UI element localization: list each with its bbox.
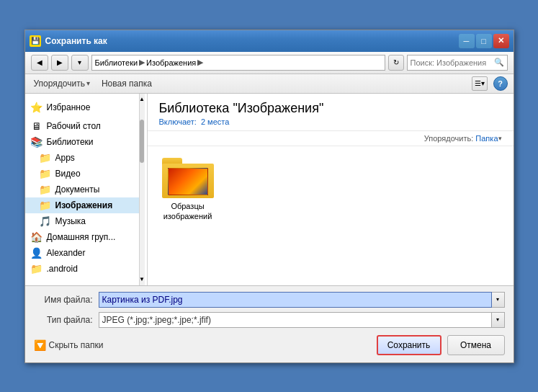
favorites-icon: ⭐ bbox=[31, 102, 42, 113]
sidebar-item-label-android: .android bbox=[47, 264, 78, 274]
view-button[interactable]: ☰▾ bbox=[472, 76, 488, 91]
sidebar-scrollbar[interactable]: ▲ ▼ bbox=[139, 94, 145, 285]
save-button[interactable]: Сохранить bbox=[377, 335, 441, 355]
file-label: Образцыизображений bbox=[163, 201, 212, 222]
file-area: Библиотека "Изображения" Включает: 2 мес… bbox=[148, 94, 514, 285]
address-bar[interactable]: Библиотеки ▶ Изображения ▶ bbox=[91, 55, 385, 71]
close-button[interactable]: ✕ bbox=[493, 34, 509, 48]
maximize-button[interactable]: □ bbox=[476, 34, 492, 48]
minimize-button[interactable]: ─ bbox=[459, 34, 475, 48]
sidebar-item-music[interactable]: 🎵 Музыка bbox=[25, 213, 139, 229]
library-header: Библиотека "Изображения" Включает: 2 мес… bbox=[148, 94, 514, 131]
filetype-label: Тип файла: bbox=[34, 315, 99, 325]
sidebar: ⭐ Избранное 🖥 Рабочий стол 📚 Библиотеки bbox=[25, 94, 139, 285]
sidebar-item-label-apps: Apps bbox=[55, 153, 75, 163]
hide-folders-icon: 🔽 bbox=[34, 339, 46, 351]
secondary-toolbar: Упорядочить ▾ Новая папка ☰▾ ? bbox=[25, 74, 514, 94]
filetype-dropdown-button[interactable]: ▾ bbox=[492, 312, 505, 328]
sidebar-item-video[interactable]: 📁 Видео bbox=[25, 166, 139, 182]
subtitle-prefix: Включает: bbox=[159, 117, 197, 126]
main-content: ⭐ Избранное 🖥 Рабочий стол 📚 Библиотеки bbox=[25, 94, 514, 285]
back-button[interactable]: ◀ bbox=[31, 55, 48, 71]
search-input[interactable] bbox=[411, 58, 494, 67]
navigation-toolbar: ◀ ▶ ▾ Библиотеки ▶ Изображения ▶ ↻ 🔍 bbox=[25, 52, 514, 74]
sort-value[interactable]: Папка bbox=[475, 134, 498, 143]
sidebar-item-homegroup[interactable]: 🏠 Домашняя груп... bbox=[25, 229, 139, 245]
title-bar-buttons: ─ □ ✕ bbox=[459, 34, 509, 48]
cancel-label: Отмена bbox=[460, 340, 491, 350]
homegroup-icon: 🏠 bbox=[31, 231, 42, 243]
new-folder-label: Новая папка bbox=[102, 79, 152, 89]
refresh-button[interactable]: ↻ bbox=[388, 55, 404, 71]
sidebar-item-favorites[interactable]: ⭐ Избранное bbox=[25, 99, 139, 115]
dropdown-nav-button[interactable]: ▾ bbox=[71, 55, 89, 71]
filename-dropdown-button[interactable]: ▾ bbox=[492, 292, 505, 308]
library-title: Библиотека "Изображения" bbox=[159, 101, 502, 116]
desktop-icon: 🖥 bbox=[31, 120, 42, 132]
help-button[interactable]: ? bbox=[493, 76, 508, 91]
folder-icon bbox=[162, 158, 214, 198]
save-dialog: 💾 Сохранить как ─ □ ✕ ◀ ▶ ▾ Библиотеки ▶… bbox=[24, 30, 514, 363]
filename-row: Имя файла: ▾ bbox=[34, 292, 505, 308]
breadcrumb-images: Изображения bbox=[146, 58, 196, 67]
folder-back bbox=[162, 164, 214, 198]
filename-input[interactable] bbox=[99, 292, 492, 308]
sidebar-item-alexander[interactable]: 👤 Alexander bbox=[25, 245, 139, 261]
sidebar-item-label-images: Изображения bbox=[55, 200, 113, 210]
sort-label: Упорядочить: bbox=[424, 134, 474, 143]
sidebar-item-label-homegroup: Домашняя груп... bbox=[47, 232, 116, 242]
title-bar: 💾 Сохранить как ─ □ ✕ bbox=[25, 30, 514, 52]
sort-bar: Упорядочить: Папка ▾ bbox=[148, 131, 514, 146]
images-icon: 📁 bbox=[40, 200, 51, 211]
sidebar-section-main: 🖥 Рабочий стол 📚 Библиотеки 📁 Apps 📁 Вид… bbox=[25, 118, 139, 277]
breadcrumb-libraries: Библиотеки bbox=[95, 58, 138, 67]
search-icon: 🔍 bbox=[494, 58, 504, 67]
filetype-select[interactable] bbox=[99, 312, 492, 328]
android-icon: 📁 bbox=[31, 263, 42, 275]
sidebar-item-label-alexander: Alexander bbox=[47, 248, 86, 258]
cancel-button[interactable]: Отмена bbox=[447, 335, 505, 355]
organize-button[interactable]: Упорядочить ▾ bbox=[31, 77, 93, 90]
search-box[interactable]: 🔍 bbox=[407, 55, 508, 71]
sidebar-item-label-documents: Документы bbox=[55, 184, 100, 195]
organize-dropdown-icon: ▾ bbox=[86, 79, 90, 87]
music-icon: 🎵 bbox=[40, 215, 51, 227]
window-icon: 💾 bbox=[30, 35, 41, 47]
sidebar-item-label-video: Видео bbox=[55, 169, 81, 179]
sidebar-item-label-libraries: Библиотеки bbox=[47, 137, 94, 147]
scrollbar-thumb[interactable] bbox=[140, 120, 144, 163]
sidebar-item-documents[interactable]: 📁 Документы bbox=[25, 182, 139, 197]
sidebar-item-images[interactable]: 📁 Изображения bbox=[25, 197, 139, 213]
sidebar-item-android[interactable]: 📁 .android bbox=[25, 261, 139, 277]
sidebar-item-label-music: Музыка bbox=[55, 216, 86, 226]
hide-folders-label: Скрыть папки bbox=[49, 340, 104, 350]
sidebar-item-label-desktop: Рабочий стол bbox=[47, 121, 101, 131]
filename-label: Имя файла: bbox=[34, 295, 99, 305]
new-folder-button[interactable]: Новая папка bbox=[99, 77, 155, 90]
folder-preview bbox=[168, 168, 208, 195]
sidebar-item-libraries[interactable]: 📚 Библиотеки bbox=[25, 134, 139, 150]
organize-label: Упорядочить bbox=[34, 79, 85, 89]
breadcrumb-arrow-1: ▶ bbox=[139, 58, 145, 67]
action-row: 🔽 Скрыть папки Сохранить Отмена bbox=[34, 332, 505, 357]
subtitle-count-link[interactable]: 2 места bbox=[201, 117, 229, 126]
list-item[interactable]: Образцыизображений bbox=[159, 158, 217, 222]
filetype-row: Тип файла: ▾ bbox=[34, 312, 505, 328]
breadcrumb-arrow-2: ▶ bbox=[197, 58, 203, 67]
documents-icon: 📁 bbox=[40, 184, 51, 195]
forward-button[interactable]: ▶ bbox=[51, 55, 68, 71]
video-icon: 📁 bbox=[40, 168, 51, 179]
save-label: Сохранить bbox=[387, 340, 431, 350]
sidebar-section-favorites: ⭐ Избранное bbox=[25, 99, 139, 115]
sidebar-item-apps[interactable]: 📁 Apps bbox=[25, 150, 139, 166]
library-subtitle: Включает: 2 места bbox=[159, 117, 502, 126]
apps-icon: 📁 bbox=[40, 152, 51, 164]
hide-folders-button[interactable]: 🔽 Скрыть папки bbox=[34, 339, 104, 351]
libraries-icon: 📚 bbox=[31, 136, 42, 148]
window-title: Сохранить как bbox=[45, 36, 459, 46]
sidebar-item-desktop[interactable]: 🖥 Рабочий стол bbox=[25, 118, 139, 134]
file-grid: Образцыизображений bbox=[148, 146, 514, 285]
sidebar-container: ⭐ Избранное 🖥 Рабочий стол 📚 Библиотеки bbox=[25, 94, 148, 285]
user-icon: 👤 bbox=[31, 247, 42, 259]
sort-dropdown-icon[interactable]: ▾ bbox=[498, 135, 502, 142]
